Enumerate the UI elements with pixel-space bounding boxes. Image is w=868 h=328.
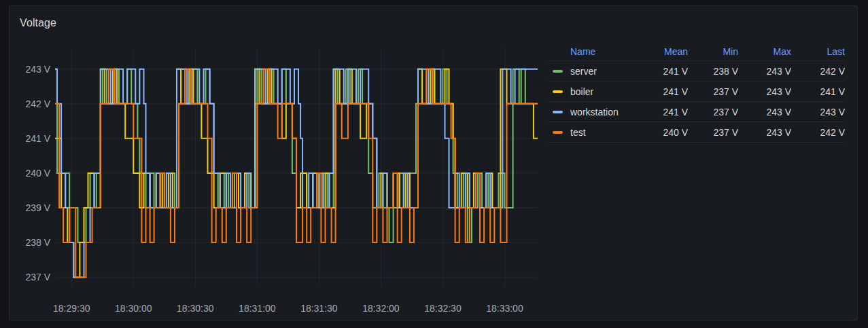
legend-last-value: 243 V (791, 107, 845, 117)
legend-series-name[interactable]: boiler (549, 86, 633, 97)
y-axis-tick-label: 240 V (10, 167, 50, 179)
legend-row-test: test240 V237 V243 V242 V (549, 122, 845, 143)
legend-series-name[interactable]: server (549, 66, 633, 77)
y-axis-tick-label: 239 V (10, 202, 50, 214)
chart-canvas[interactable] (55, 48, 538, 286)
legend-column-header-name[interactable]: Name (549, 46, 633, 57)
legend-last-value: 242 V (791, 66, 845, 77)
x-axis: 18:29:3018:30:0018:30:3018:31:0018:31:30… (10, 302, 857, 316)
legend-row-server: server241 V238 V243 V242 V (549, 61, 845, 81)
x-axis-tick-label: 18:30:30 (164, 302, 226, 314)
legend-max-value: 243 V (738, 86, 791, 97)
y-axis-tick-label: 238 V (10, 236, 50, 249)
legend-body: server241 V238 V243 V242 Vboiler241 V237… (549, 61, 845, 143)
y-axis-tick-label: 237 V (10, 271, 50, 283)
y-axis: 237 V238 V239 V240 V241 V242 V243 V (10, 6, 50, 320)
legend-row-workstation: workstation241 V237 V243 V243 V (549, 102, 845, 122)
y-axis-tick-label: 242 V (10, 98, 50, 110)
legend-mean-value: 241 V (633, 66, 688, 77)
legend-column-header-mean[interactable]: Mean (633, 46, 688, 57)
legend-max-value: 243 V (738, 127, 791, 138)
y-axis-tick-label: 241 V (10, 132, 50, 145)
x-axis-tick-label: 18:33:00 (474, 302, 535, 314)
legend-row-boiler: boiler241 V237 V243 V241 V (549, 81, 845, 102)
legend-series-name[interactable]: workstation (549, 107, 633, 117)
x-axis-tick-label: 18:31:00 (226, 302, 288, 314)
time-series-plot[interactable] (55, 48, 538, 286)
legend-min-value: 238 V (688, 66, 738, 77)
legend-series-swatch[interactable] (553, 111, 563, 113)
legend-header-row: NameMeanMinMaxLast (549, 43, 845, 61)
legend-table: NameMeanMinMaxLast server241 V238 V243 V… (549, 43, 845, 143)
legend-series-name[interactable]: test (549, 127, 633, 138)
legend-series-swatch[interactable] (553, 131, 563, 134)
legend-column-header-last[interactable]: Last (791, 46, 845, 57)
legend-min-value: 237 V (688, 107, 738, 117)
legend-last-value: 242 V (791, 127, 845, 138)
y-axis-tick-label: 243 V (10, 63, 50, 75)
legend-min-value: 237 V (688, 86, 738, 97)
legend-mean-value: 241 V (633, 107, 688, 117)
x-axis-tick-label: 18:32:00 (350, 302, 411, 314)
legend-column-header-min[interactable]: Min (688, 46, 738, 57)
legend-series-swatch[interactable] (553, 70, 563, 73)
x-axis-tick-label: 18:32:30 (412, 302, 473, 314)
legend-min-value: 237 V (688, 127, 738, 138)
legend-series-swatch[interactable] (553, 90, 563, 93)
x-axis-tick-label: 18:30:00 (103, 302, 164, 314)
voltage-panel: Voltage 237 V238 V239 V240 V241 V242 V24… (9, 5, 858, 321)
legend-last-value: 241 V (791, 86, 845, 97)
legend-mean-value: 241 V (633, 86, 688, 97)
legend-max-value: 243 V (738, 66, 791, 77)
legend-mean-value: 240 V (633, 127, 688, 138)
legend-column-header-max[interactable]: Max (738, 46, 791, 57)
legend-max-value: 243 V (738, 107, 791, 117)
x-axis-tick-label: 18:29:30 (41, 302, 102, 314)
x-axis-tick-label: 18:31:30 (288, 302, 349, 314)
